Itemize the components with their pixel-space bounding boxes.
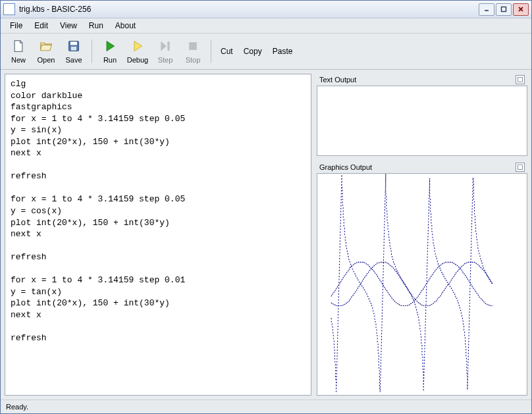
new-button[interactable]: New bbox=[5, 36, 32, 67]
run-label: Run bbox=[103, 56, 117, 64]
text-output-header: Text Output bbox=[317, 74, 527, 86]
save-icon bbox=[67, 39, 80, 55]
play-outline-icon bbox=[131, 39, 144, 55]
text-output-panel: Text Output bbox=[317, 74, 527, 156]
status-text: Ready. bbox=[6, 403, 28, 411]
new-label: New bbox=[11, 56, 26, 64]
toolbar: New Open Save Run Debug bbox=[1, 34, 531, 70]
right-column: Text Output Graphics Output bbox=[317, 74, 527, 396]
folder-open-icon bbox=[40, 39, 53, 55]
open-button[interactable]: Open bbox=[32, 36, 60, 67]
cut-button[interactable]: Cut bbox=[215, 44, 238, 59]
menubar: File Edit View Run About bbox=[1, 18, 531, 34]
svg-rect-1 bbox=[502, 7, 506, 12]
text-output-title: Text Output bbox=[319, 76, 516, 84]
menu-run[interactable]: Run bbox=[84, 20, 109, 32]
minimize-button[interactable] bbox=[479, 3, 494, 16]
code-editor[interactable]: clg color darkblue fastgraphics for x = … bbox=[5, 74, 311, 396]
new-file-icon bbox=[12, 39, 25, 55]
debug-label: Debug bbox=[127, 56, 148, 64]
menu-view[interactable]: View bbox=[55, 20, 82, 32]
save-button[interactable]: Save bbox=[60, 36, 88, 67]
window: trig.kbs - BASIC-256 File Edit View Run … bbox=[0, 0, 532, 414]
graphics-canvas bbox=[317, 174, 527, 395]
graphics-output-header: Graphics Output bbox=[317, 161, 527, 173]
stop-button[interactable]: Stop bbox=[179, 36, 207, 67]
graphics-output-body bbox=[317, 173, 527, 396]
save-label: Save bbox=[65, 56, 82, 64]
undock-icon[interactable] bbox=[516, 163, 525, 172]
maximize-button[interactable] bbox=[496, 3, 512, 16]
step-button[interactable]: Step bbox=[151, 36, 179, 67]
toolbar-separator bbox=[92, 39, 92, 63]
window-title: trig.kbs - BASIC-256 bbox=[19, 5, 479, 14]
play-icon bbox=[103, 39, 117, 55]
step-icon bbox=[159, 39, 172, 55]
svg-rect-8 bbox=[189, 42, 197, 50]
menu-edit[interactable]: Edit bbox=[29, 20, 53, 32]
svg-rect-5 bbox=[70, 41, 77, 45]
undock-icon[interactable] bbox=[516, 75, 525, 84]
app-icon bbox=[3, 3, 15, 15]
svg-rect-6 bbox=[71, 46, 76, 50]
graphics-output-panel: Graphics Output bbox=[317, 161, 527, 396]
close-button[interactable] bbox=[513, 3, 529, 16]
text-output-body bbox=[317, 86, 527, 156]
paste-button[interactable]: Paste bbox=[267, 44, 298, 59]
debug-button[interactable]: Debug bbox=[124, 36, 151, 67]
menu-about[interactable]: About bbox=[110, 20, 141, 32]
menu-file[interactable]: File bbox=[5, 20, 28, 32]
run-button[interactable]: Run bbox=[96, 36, 124, 67]
toolbar-separator bbox=[211, 39, 211, 63]
statusbar: Ready. bbox=[1, 400, 531, 413]
stop-icon bbox=[186, 39, 200, 55]
copy-button[interactable]: Copy bbox=[238, 44, 267, 59]
open-label: Open bbox=[38, 56, 55, 64]
stop-label: Stop bbox=[186, 56, 201, 64]
step-label: Step bbox=[158, 56, 173, 64]
graphics-output-title: Graphics Output bbox=[319, 163, 516, 171]
svg-rect-7 bbox=[167, 41, 169, 50]
workarea: clg color darkblue fastgraphics for x = … bbox=[1, 70, 531, 400]
titlebar: trig.kbs - BASIC-256 bbox=[1, 1, 531, 18]
